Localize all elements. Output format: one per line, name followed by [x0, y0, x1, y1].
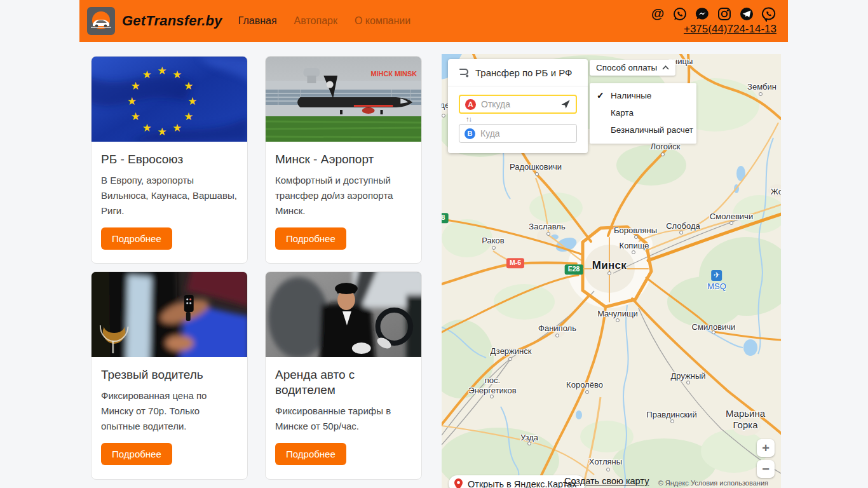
airport-caption: МІНСК MINSK [370, 70, 417, 78]
instagram-icon[interactable] [717, 6, 732, 22]
phone-link[interactable]: +375(44)724-14-13 [684, 23, 776, 36]
marker-a: A [465, 99, 476, 110]
card-body: Трезвый водитель Фиксированная цена по М… [92, 357, 247, 465]
svg-text:★: ★ [158, 126, 167, 138]
card-description: Фиксированная цена по Минску от 70р. Тол… [101, 388, 238, 434]
messenger-icon[interactable] [695, 6, 710, 22]
from-placeholder: Откуда [481, 99, 510, 109]
to-input[interactable]: B Куда [459, 124, 577, 143]
nav-item-fleet[interactable]: Автопарк [294, 15, 337, 27]
svg-text:★: ★ [142, 122, 152, 134]
main-nav: Главная Автопарк О компании [238, 15, 410, 27]
card-description: В Европу, аэропорты Вильнюса, Каунаса, В… [101, 173, 238, 219]
header: GetTransfer.by Главная Автопарк О компан… [79, 0, 788, 42]
route-form: Трансфер по РБ и РФ A Откуда ↑↓ B Куда [448, 59, 588, 153]
payment-method-button[interactable]: Способ оплаты [590, 60, 675, 76]
card-title: Минск - Аэропорт [275, 152, 412, 167]
telegram-icon[interactable] [739, 6, 754, 22]
header-contacts: @ [650, 6, 776, 36]
card-description: Фиксированные тарифы в Минске от 50р/час… [275, 403, 412, 434]
card-title: Трезвый водитель [101, 367, 238, 383]
sober-driver-image [92, 272, 247, 357]
payment-option-cash[interactable]: ✓ Наличные [590, 87, 696, 104]
route-form-body: A Откуда ↑↓ B Куда [448, 86, 588, 153]
email-at-icon[interactable]: @ [650, 6, 665, 22]
logo[interactable] [87, 7, 115, 35]
card-rental: Аренда авто с водителем Фиксированные та… [265, 271, 422, 480]
brand-title[interactable]: GetTransfer.by [122, 13, 222, 29]
page: GetTransfer.by Главная Автопарк О компан… [0, 0, 868, 488]
to-placeholder: Куда [480, 128, 500, 139]
open-yandex-maps-label: Открыть в Яндекс.Картах [468, 479, 577, 488]
svg-text:★: ★ [131, 111, 140, 123]
details-button[interactable]: Подробнее [275, 443, 346, 465]
details-button[interactable]: Подробнее [275, 227, 346, 250]
route-icon [457, 66, 470, 79]
svg-text:★: ★ [127, 95, 137, 107]
details-button[interactable]: Подробнее [101, 443, 172, 465]
airplane-icon: ✈ [712, 270, 722, 281]
airport-badge: ✈ MSQ [707, 270, 726, 291]
card-eu: ★★★ ★★★ ★★★ ★★★ РБ - Евросоюз В Европу, … [91, 56, 248, 264]
driver-rental-image [266, 272, 421, 357]
details-button[interactable]: Подробнее [101, 227, 172, 250]
payment-dropdown: ✓ Наличные Карта Безналичный расчет [590, 83, 696, 144]
check-icon: ✓ [597, 87, 604, 104]
card-description: Комфортный и доступный трансфер до/из аэ… [275, 173, 412, 219]
social-icons: @ [650, 6, 776, 22]
card-body: Минск - Аэропорт Комфортный и доступный … [266, 142, 421, 250]
whatsapp-icon[interactable] [672, 6, 688, 22]
route-form-header: Трансфер по РБ и РФ [448, 59, 588, 86]
svg-text:★: ★ [184, 80, 193, 92]
svg-text:★: ★ [142, 69, 152, 81]
create-map-link[interactable]: Создать свою карту [564, 476, 649, 486]
payment-method-label: Способ оплаты [596, 63, 657, 72]
yandex-map[interactable]: еницыЗембинЛогойскРадошковичиЗаславльРак… [442, 54, 781, 488]
payment-option-label: Безналичный расчет [611, 125, 693, 135]
card-title: Аренда авто с водителем [275, 367, 412, 398]
from-input[interactable]: A Откуда [459, 95, 577, 114]
payment-option-card[interactable]: Карта [590, 104, 696, 121]
eu-flag-image: ★★★ ★★★ ★★★ ★★★ [92, 57, 247, 142]
svg-text:★: ★ [172, 69, 182, 81]
map-pin-icon [454, 478, 463, 488]
svg-text:@: @ [651, 6, 664, 20]
svg-text:★: ★ [187, 95, 197, 107]
airport-code: MSQ [707, 281, 726, 291]
svg-text:★: ★ [172, 122, 182, 134]
minsk-airport-image: МІНСК MINSK [266, 57, 421, 142]
nav-item-about[interactable]: О компании [355, 15, 410, 27]
svg-text:★: ★ [158, 65, 167, 77]
marker-b: B [465, 128, 475, 139]
payment-option-label: Карта [611, 108, 634, 118]
payment-option-label: Наличные [611, 91, 651, 100]
service-cards: ★★★ ★★★ ★★★ ★★★ РБ - Евросоюз В Европу, … [91, 56, 422, 480]
payment-option-cashless[interactable]: Безналичный расчет [590, 121, 696, 139]
map-copyright[interactable]: © Яндекс Условия использования [658, 479, 768, 487]
chevron-up-icon [662, 65, 669, 70]
card-body: РБ - Евросоюз В Европу, аэропорты Вильню… [92, 142, 247, 250]
swap-directions-icon[interactable]: ↑↓ [459, 114, 478, 124]
card-sober-driver: Трезвый водитель Фиксированная цена по М… [91, 271, 248, 480]
card-airport: МІНСК MINSK Минск - Аэропорт [265, 56, 422, 264]
svg-text:★: ★ [131, 80, 140, 92]
nav-item-home[interactable]: Главная [238, 15, 277, 27]
route-form-title: Трансфер по РБ и РФ [475, 67, 572, 78]
geolocate-icon[interactable] [560, 99, 571, 109]
zoom-in-button[interactable]: + [757, 439, 775, 457]
card-body: Аренда авто с водителем Фиксированные та… [266, 357, 421, 465]
svg-text:★: ★ [184, 111, 193, 123]
card-title: РБ - Евросоюз [101, 152, 238, 167]
car-logo-icon [88, 8, 114, 34]
zoom-out-button[interactable]: − [757, 460, 775, 478]
viber-icon[interactable] [761, 6, 776, 22]
